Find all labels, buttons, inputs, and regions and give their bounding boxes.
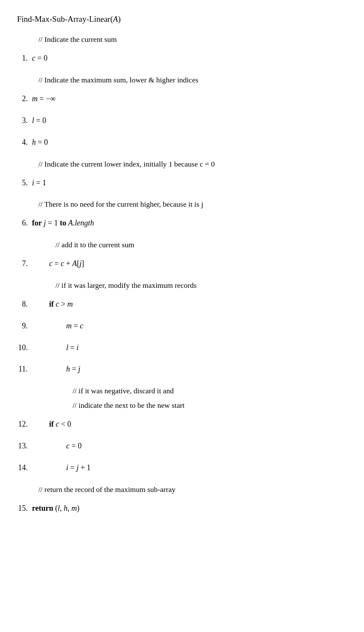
- line-content-11: h = j: [32, 363, 80, 375]
- line-num-15: 15.: [17, 502, 32, 515]
- comment-negative-a: // if it was negative, discard it and: [38, 385, 347, 397]
- line-6: 6. for j = 1 to A.length: [17, 217, 347, 229]
- line-content-13: c = 0: [32, 440, 82, 452]
- line-content-4: h = 0: [32, 136, 48, 149]
- func-param: A: [113, 15, 118, 23]
- line-content-6: for j = 1 to A.length: [32, 217, 94, 229]
- line-content-2: m = −∞: [32, 93, 55, 105]
- line-5: 5. i = 1: [17, 177, 347, 189]
- line-content-12: if c < 0: [32, 418, 71, 430]
- line-3: 3. l = 0: [17, 114, 347, 127]
- line-content-3: l = 0: [32, 114, 46, 127]
- line-4: 4. h = 0: [17, 136, 347, 149]
- line-14: 14. i = j + 1: [17, 462, 347, 474]
- line-11: 11. h = j: [17, 363, 347, 375]
- line-num-2: 2.: [17, 93, 32, 105]
- func-header: Find-Max-Sub-Array-Linear(A): [17, 13, 347, 26]
- comment-lower-index: // Indicate the current lower index, ini…: [38, 158, 347, 170]
- line-15: 15. return (l, h, m): [17, 502, 347, 515]
- algorithm-container: Find-Max-Sub-Array-Linear(A) // Indicate…: [17, 13, 347, 514]
- line-num-12: 12.: [17, 418, 32, 430]
- line-num-7: 7.: [17, 257, 32, 270]
- line-num-1: 1.: [17, 52, 32, 64]
- line-content-10: l = i: [32, 342, 79, 354]
- func-name: Find-Max-Sub-Array-Linear(A): [17, 15, 121, 23]
- line-num-13: 13.: [17, 440, 32, 452]
- line-2: 2. m = −∞: [17, 93, 347, 105]
- line-1: 1. c = 0: [17, 52, 347, 64]
- comment-max-sum: // Indicate the maximum sum, lower & hig…: [38, 74, 347, 86]
- comment-no-higher: // There is no need for the current high…: [38, 198, 347, 210]
- line-content-14: i = j + 1: [32, 462, 90, 474]
- line-num-3: 3.: [17, 114, 32, 127]
- line-10: 10. l = i: [17, 342, 347, 354]
- comment-if-larger: // if it was larger, modify the maximum …: [38, 279, 347, 291]
- line-9: 9. m = c: [17, 320, 347, 332]
- line-12: 12. if c < 0: [17, 418, 347, 430]
- line-num-9: 9.: [17, 320, 32, 332]
- line-content-8: if c > m: [32, 298, 73, 310]
- comment-add-current: // add it to the current sum: [38, 239, 347, 251]
- line-content-7: c = c + A[j]: [32, 257, 84, 270]
- line-7: 7. c = c + A[j]: [17, 257, 347, 270]
- line-num-5: 5.: [17, 177, 32, 189]
- comment-negative-b: // indicate the next to be the new start: [38, 399, 347, 411]
- line-content-5: i = 1: [32, 177, 46, 189]
- line-content-1: c = 0: [32, 52, 47, 64]
- line-num-6: 6.: [17, 217, 32, 229]
- comment-current-sum: // Indicate the current sum: [38, 33, 347, 45]
- line-num-14: 14.: [17, 462, 32, 474]
- line-num-10: 10.: [17, 342, 32, 354]
- line-13: 13. c = 0: [17, 440, 347, 452]
- comment-return: // return the record of the maximum sub-…: [38, 483, 347, 495]
- line-num-4: 4.: [17, 136, 32, 149]
- line-8: 8. if c > m: [17, 298, 347, 310]
- line-num-8: 8.: [17, 298, 32, 310]
- line-content-9: m = c: [32, 320, 83, 332]
- line-content-15: return (l, h, m): [32, 502, 79, 515]
- line-num-11: 11.: [17, 363, 32, 375]
